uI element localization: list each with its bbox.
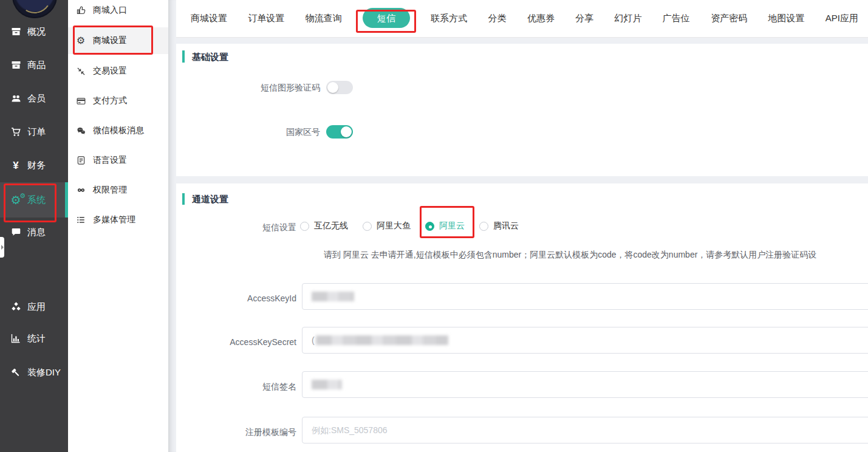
message-chat-icon [10, 227, 22, 238]
tab-api-app[interactable]: API应用 [825, 13, 858, 24]
main-content: 商城设置 订单设置 物流查询 短信 联系方式 分类 优惠券 分享 幻灯片 广告位… [168, 0, 868, 452]
gear-icon: ⚙ [75, 36, 86, 46]
sms-provider-radio-group: 互亿无线 阿里大鱼 阿里云 腾讯云 [300, 221, 519, 231]
section-title-channel: 通道设置 [192, 194, 228, 205]
language-doc-icon [75, 156, 86, 166]
tab-logistics-query[interactable]: 物流查询 [306, 13, 342, 24]
radio-tencent-cloud[interactable]: 腾讯云 [479, 221, 519, 231]
tab-coupon[interactable]: 优惠券 [527, 13, 555, 24]
goods-box-icon [10, 60, 22, 70]
app-window: 概况 商品 会员 订单 ¥ 财务 ⚙⚙ 系统 [0, 0, 868, 452]
tab-contact[interactable]: 联系方式 [431, 13, 467, 24]
masked-value [312, 292, 354, 301]
tab-sms-wrap: 短信 [363, 13, 410, 24]
sms-provider-label: 短信设置 [176, 222, 296, 233]
radio-circle-icon [479, 222, 488, 231]
sidebar-item-label: 财务 [27, 160, 46, 171]
sidebar-item-messages[interactable]: 消息 [0, 220, 68, 244]
section-accent-bar [182, 50, 185, 63]
system-gears-icon: ⚙⚙ [10, 194, 22, 205]
finance-yen-icon: ¥ [10, 160, 22, 171]
tab-shop-settings[interactable]: 商城设置 [191, 13, 227, 24]
secondary-sidebar: 商城入口 ⚙ 商城设置 交易设置 支付方式 微信模板消息 [68, 0, 168, 452]
sms-signature-field[interactable] [302, 371, 868, 398]
sidebar-item-label: 商品 [27, 60, 46, 71]
menu-item-mall-settings[interactable]: ⚙ 商城设置 [68, 27, 168, 54]
primary-sidebar: 概况 商品 会员 订单 ¥ 财务 ⚙⚙ 系统 [0, 0, 68, 452]
sidebar-item-label: 装修DIY [27, 367, 61, 378]
menu-item-wechat-template-message[interactable]: 微信模板消息 [68, 120, 168, 141]
tab-share[interactable]: 分享 [575, 13, 593, 24]
tab-sms[interactable]: 短信 [363, 8, 410, 28]
register-template-input[interactable] [302, 417, 868, 443]
thumb-up-icon [75, 5, 86, 16]
masked-value [312, 380, 342, 389]
sms-captcha-toggle[interactable] [326, 81, 353, 94]
menu-item-label: 权限管理 [93, 185, 127, 196]
menu-item-multimedia-management[interactable]: 多媒体管理 [68, 210, 168, 230]
sidebar-item-statistics[interactable]: 统计 [0, 326, 68, 351]
radio-huyi-wireless[interactable]: 互亿无线 [300, 221, 348, 231]
country-code-label: 国家区号 [176, 127, 320, 138]
toggle-knob [327, 82, 338, 93]
mask-icon [75, 185, 86, 196]
chevron-right-icon [1, 245, 4, 250]
sidebar-item-members[interactable]: 会员 [0, 86, 68, 111]
brand-logo [12, 0, 57, 18]
wechat-icon [75, 126, 86, 136]
menu-item-trade-settings[interactable]: 交易设置 [68, 61, 168, 81]
radio-checked-icon [425, 222, 434, 231]
masked-value [316, 335, 448, 345]
radio-circle-icon [300, 222, 309, 231]
sidebar-item-apps[interactable]: 应用 [0, 295, 68, 319]
sidebar-item-orders[interactable]: 订单 [0, 120, 68, 144]
basic-settings-card: 基础设置 短信图形验证码 国家区号 [176, 44, 868, 176]
tab-order-settings[interactable]: 订单设置 [248, 13, 284, 24]
orders-cart-icon [10, 126, 22, 137]
sidebar-item-finance[interactable]: ¥ 财务 [0, 153, 68, 177]
sms-signature-label: 短信签名 [176, 382, 296, 392]
tab-slideshow[interactable]: 幻灯片 [615, 13, 642, 24]
channel-settings-card: 通道设置 短信设置 互亿无线 阿里大鱼 阿里云 腾讯云 [176, 183, 868, 452]
settings-tabbar: 商城设置 订单设置 物流查询 短信 联系方式 分类 优惠券 分享 幻灯片 广告位… [176, 0, 868, 38]
menu-item-label: 多媒体管理 [93, 214, 135, 225]
register-template-label: 注册模板编号 [176, 427, 296, 438]
sidebar-item-overview[interactable]: 概况 [0, 19, 68, 44]
menu-item-label: 交易设置 [93, 66, 127, 77]
country-code-toggle[interactable] [326, 125, 353, 139]
sidebar-collapse-handle[interactable] [0, 237, 4, 258]
compress-arrows-icon [75, 66, 86, 77]
menu-item-permission-management[interactable]: 权限管理 [68, 180, 168, 200]
statistics-chart-icon [10, 333, 22, 344]
accesskeysecret-field[interactable]: ( [302, 327, 868, 354]
sidebar-item-decorate-diy[interactable]: 装修DIY [0, 360, 68, 385]
menu-item-label: 语言设置 [93, 155, 127, 166]
sidebar-item-label: 应用 [27, 301, 46, 313]
menu-item-language-settings[interactable]: 语言设置 [68, 150, 168, 171]
tab-asset-password[interactable]: 资产密码 [711, 13, 747, 24]
sidebar-item-label: 消息 [27, 227, 46, 238]
section-title-basic: 基础设置 [192, 52, 228, 63]
accesskeyid-label: AccessKeyId [176, 293, 296, 303]
radio-circle-icon [363, 222, 372, 231]
overview-box-icon [10, 26, 22, 37]
sidebar-item-system[interactable]: ⚙⚙ 系统 [0, 182, 68, 217]
sidebar-item-label: 系统 [27, 194, 46, 206]
sidebar-item-goods[interactable]: 商品 [0, 53, 68, 77]
radio-ali-dayu[interactable]: 阿里大鱼 [363, 221, 411, 231]
menu-item-mall-entry[interactable]: 商城入口 [68, 0, 168, 21]
aliyun-help-text: 请到 阿里云 去申请开通,短信模板中必须包含number；阿里云默认模板为cod… [324, 250, 816, 261]
list-icon [75, 215, 86, 225]
sidebar-item-label: 会员 [27, 93, 46, 104]
members-users-icon [10, 93, 22, 104]
tab-ad-slot[interactable]: 广告位 [663, 13, 690, 24]
accesskeyid-field[interactable] [302, 283, 868, 310]
radio-aliyun[interactable]: 阿里云 [425, 221, 465, 231]
decorate-hammer-icon [10, 367, 22, 378]
tab-map-settings[interactable]: 地图设置 [768, 13, 804, 24]
sidebar-item-label: 概况 [27, 26, 46, 38]
masked-value-prefix: ( [312, 335, 315, 345]
menu-item-payment-methods[interactable]: 支付方式 [68, 91, 168, 111]
tab-category[interactable]: 分类 [488, 13, 507, 24]
sms-captcha-label: 短信图形验证码 [176, 83, 320, 94]
